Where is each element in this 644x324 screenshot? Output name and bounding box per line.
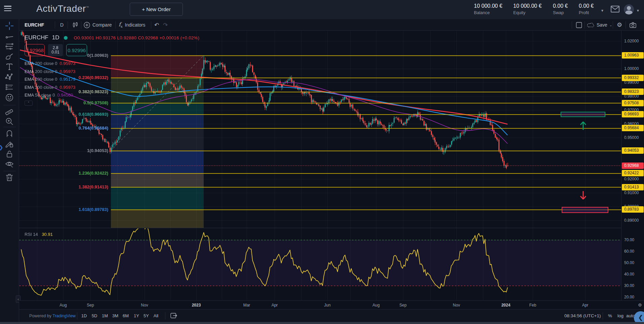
undo-icon[interactable]: ↶ <box>154 19 159 31</box>
fib-level-label: 1.236(0.92422) <box>24 171 108 176</box>
range-button-1m[interactable]: 1M <box>102 313 108 318</box>
fib-level-label: 0.5(0.97508) <box>24 100 108 105</box>
fib-price-badge: 1.00963 <box>622 52 644 59</box>
drawing-tools-sidebar <box>0 19 19 322</box>
drawing-rectangle-green[interactable] <box>561 112 605 117</box>
time-axis-label: Apr <box>272 303 278 308</box>
crosshair-tool-icon[interactable] <box>4 20 15 32</box>
time-axis-label: Mar <box>243 303 250 308</box>
rsi-legend: RSI 14 30.91 <box>25 232 53 237</box>
price-axis-label: 1.02000 <box>624 39 639 43</box>
fib-price-badge: 0.92422 <box>622 170 644 176</box>
drawing-arrow-up[interactable] <box>578 119 588 131</box>
text-tool-icon[interactable] <box>4 61 15 72</box>
range-button-1y[interactable]: 1Y <box>134 313 139 318</box>
range-button-6m[interactable]: 6M <box>123 313 129 318</box>
price-axis-label: 0.92000 <box>624 177 639 181</box>
fib-level-label: 0.764(0.95684) <box>24 125 108 131</box>
mail-icon[interactable] <box>611 6 619 12</box>
trash-tool-icon[interactable] <box>4 172 15 183</box>
time-axis-label: Aug <box>372 303 379 308</box>
rsi-axis-label: 50.00 <box>624 260 634 265</box>
price-axis-label: 0.89000 <box>624 218 639 223</box>
chart-toolbar: EURCHF D Compare fx Indicators ↶ ↷ Save … <box>19 19 644 31</box>
time-axis-label: Nov <box>453 303 460 308</box>
zoom-tool-icon[interactable] <box>4 116 15 127</box>
hamburger-menu-icon[interactable] <box>4 6 11 11</box>
compare-button[interactable]: Compare <box>84 19 112 31</box>
profit-display: 0.00 €Profit <box>579 3 594 15</box>
axis-settings-icon[interactable]: ⚙ <box>638 302 642 308</box>
rsi-axis-label: 70.00 <box>624 238 634 242</box>
account-dropdown-caret-icon[interactable]: ▼ <box>601 9 604 12</box>
chart-type-icon[interactable] <box>72 19 78 31</box>
time-axis-label: Sep <box>399 303 406 308</box>
indicator-row[interactable]: EMA 200 close 00.95973 <box>25 69 199 74</box>
fib-tool-icon[interactable] <box>4 41 15 52</box>
lock-tool-icon[interactable] <box>4 148 15 160</box>
tradingview-link[interactable]: TradingView <box>52 314 76 318</box>
drawing-arrow-down[interactable] <box>578 190 588 202</box>
fib-level-label: 0(1.00963) <box>24 53 108 58</box>
legend-symbol[interactable]: EURCHF <box>25 34 48 41</box>
fib-price-badge: 0.91413 <box>622 184 644 190</box>
fib-level-label: 1.382(0.91413) <box>24 184 108 189</box>
price-axis[interactable]: 1.020001.000000.990000.980000.970000.960… <box>621 31 644 300</box>
rsi-axis-label: 40.00 <box>624 272 634 277</box>
legend-timeframe: 1D <box>52 34 59 41</box>
eye-tool-icon[interactable] <box>4 158 15 170</box>
range-button-3m[interactable]: 3M <box>112 313 118 318</box>
bottom-strip <box>0 322 644 324</box>
camera-icon[interactable] <box>630 19 636 31</box>
time-axis-label: Jun <box>324 303 330 308</box>
edit-tool-icon[interactable] <box>4 138 15 150</box>
indicators-button[interactable]: fx Indicators <box>119 19 145 31</box>
ruler-tool-icon[interactable] <box>4 105 15 117</box>
price-axis-label: 0.95000 <box>624 135 639 140</box>
price-axis-label: 0.91000 <box>624 190 639 195</box>
drawing-rectangle-red[interactable] <box>562 207 608 213</box>
indicator-row[interactable]: EMA 200 close 00.95973 <box>25 61 199 66</box>
price-axis-label: 1.00000 <box>624 66 639 71</box>
fib-level-label: 0.236(0.99332) <box>24 75 108 80</box>
user-dropdown-caret-icon[interactable]: ▼ <box>636 9 640 12</box>
save-button[interactable]: Save ⌄ <box>587 19 612 31</box>
time-axis-label: Apr <box>582 303 589 308</box>
redo-icon[interactable]: ↷ <box>163 19 168 31</box>
clock-display[interactable]: 08:34:56 (UTC+1) <box>564 313 601 318</box>
pattern-tool-icon[interactable] <box>4 71 15 82</box>
user-avatar[interactable] <box>624 4 634 14</box>
feed-status-dot <box>64 36 68 40</box>
range-button-all[interactable]: All <box>154 313 158 318</box>
range-button-5d[interactable]: 5D <box>92 313 97 318</box>
forecast-tool-icon[interactable] <box>4 82 15 93</box>
fib-price-badge: 0.96693 <box>622 111 644 117</box>
timeframe-button[interactable]: D <box>60 19 64 31</box>
fib-level-label: 1(0.94053) <box>24 148 108 153</box>
time-axis[interactable]: ⚙ AugSepNov2023MarAprJunAugSepNov2024Feb… <box>19 300 644 309</box>
time-axis-label: Aug <box>59 303 67 308</box>
bottom-bar: Powered by TradingView 08:34:56 (UTC+1) … <box>19 309 644 322</box>
brush-tool-icon[interactable] <box>4 51 15 62</box>
magnet-tool-icon[interactable] <box>4 128 15 140</box>
time-axis-label: 2023 <box>192 303 201 308</box>
emoji-tool-icon[interactable] <box>4 92 15 103</box>
range-button-5y[interactable]: 5Y <box>144 313 149 318</box>
symbol-button[interactable]: EURCHF <box>25 19 44 31</box>
time-axis-label: Feb <box>529 303 536 308</box>
time-axis-label: Nov <box>141 303 148 308</box>
fib-price-badge: 0.94053 <box>622 147 644 154</box>
chart-area[interactable]: EURCHF 1D O0.93001 H0.93176 L0.92880 C0.… <box>19 31 621 300</box>
settings-gear-icon[interactable]: ⚙ <box>617 19 622 31</box>
equity-display: 10 000.00 €Equity <box>513 3 542 15</box>
layout-icon[interactable] <box>576 19 582 31</box>
watchlist-expand-chevron-icon[interactable]: ❯ <box>0 144 3 150</box>
goto-date-icon[interactable] <box>170 313 177 319</box>
fib-price-badge: 0.98323 <box>622 88 644 95</box>
percent-scale-button[interactable]: % <box>608 313 612 318</box>
range-button-1d[interactable]: 1D <box>81 313 87 318</box>
log-scale-button[interactable]: log <box>617 313 623 318</box>
new-order-button[interactable]: + New Order <box>130 3 183 16</box>
top-bar: ActivTrader™ + New Order 10 000.00 €Bala… <box>0 0 644 19</box>
fib-level-label: 0.618(0.96693) <box>24 112 108 117</box>
